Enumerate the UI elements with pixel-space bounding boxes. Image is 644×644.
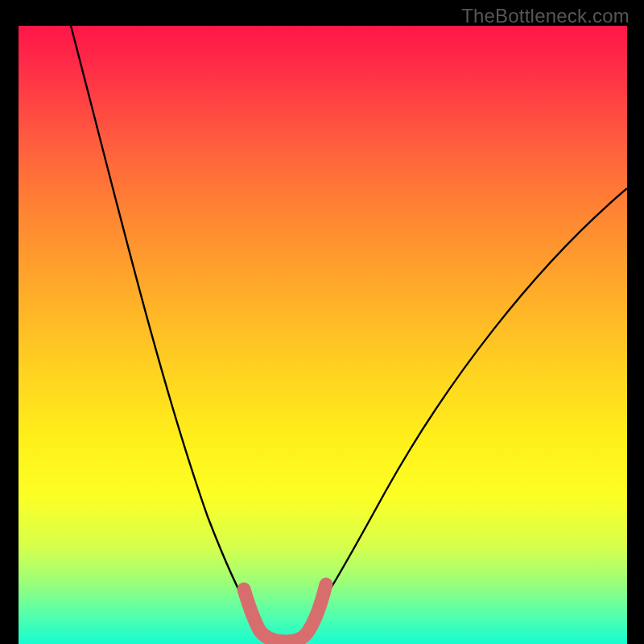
curve-left <box>71 26 257 622</box>
chart-container: TheBottleneck.com <box>0 0 644 644</box>
curves-svg <box>19 26 627 644</box>
plot-area <box>19 26 627 644</box>
watermark-text: TheBottleneck.com <box>461 5 630 27</box>
curve-right <box>308 188 627 622</box>
bottom-u-marker <box>244 584 326 642</box>
